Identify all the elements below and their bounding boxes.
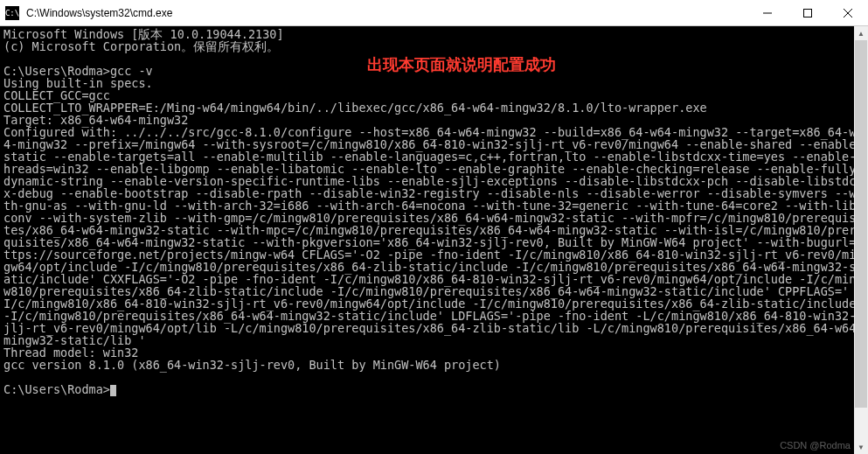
- app-icon: C:\: [5, 6, 19, 20]
- maximize-icon: [803, 9, 812, 17]
- svg-rect-1: [804, 9, 812, 17]
- terminal-line: gcc version 8.1.0 (x86_64-win32-sjlj-rev…: [3, 358, 501, 372]
- scroll-down-arrow-icon[interactable]: ▼: [854, 440, 868, 454]
- window-titlebar: C:\ C:\Windows\system32\cmd.exe: [0, 0, 868, 26]
- window-title: C:\Windows\system32\cmd.exe: [24, 7, 747, 19]
- close-icon: [844, 9, 852, 17]
- success-annotation: 出现本页面就说明配置成功: [367, 54, 556, 75]
- watermark: CSDN @Rodma: [780, 440, 851, 451]
- maximize-button[interactable]: [788, 0, 828, 25]
- vertical-scrollbar[interactable]: ▲ ▼: [854, 26, 868, 454]
- scroll-up-arrow-icon[interactable]: ▲: [854, 26, 868, 40]
- close-button[interactable]: [828, 0, 868, 25]
- minimize-icon: [763, 9, 772, 17]
- terminal-output[interactable]: Microsoft Windows [版本 10.0.19044.2130] (…: [0, 26, 868, 454]
- cursor: [110, 385, 116, 396]
- prompt-line: C:\Users\Rodma>: [3, 382, 110, 396]
- minimize-button[interactable]: [747, 0, 788, 25]
- terminal-line: Configured with: ../../../src/gcc-8.1.0/…: [3, 125, 863, 347]
- window-controls: [747, 0, 868, 25]
- terminal-line: (c) Microsoft Corporation。保留所有权利。: [3, 39, 279, 53]
- scrollbar-thumb[interactable]: [855, 40, 867, 408]
